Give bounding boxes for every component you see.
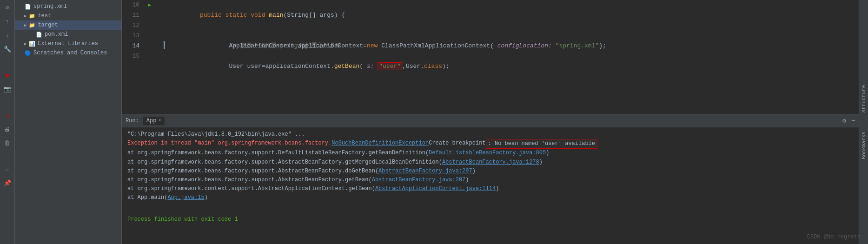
- output-process: Process finished with exit code 1: [127, 211, 853, 224]
- output-stack5: at org.springframework.context.support.A…: [127, 185, 853, 193]
- line-number-15: 15: [122, 51, 145, 61]
- stack2-end: ): [539, 158, 543, 167]
- code-content: 10 ▶ public static void main(String[] ar…: [122, 0, 859, 114]
- stack3-link[interactable]: AbstractBeanFactory.java:297: [378, 167, 472, 176]
- line-number-12: 12: [122, 20, 145, 31]
- stack4-link[interactable]: AbstractBeanFactory.java:207: [372, 176, 466, 185]
- tree-item-label: spring.xml: [33, 3, 67, 10]
- line-number-14: 14: [122, 41, 145, 51]
- code-line-12: 12 // 参数中传的是spring的配置文件名称: [122, 20, 859, 31]
- pom-icon: 📄: [35, 31, 43, 38]
- exception-pre-text: Exception in thread "main" org.springfra…: [127, 139, 331, 148]
- refresh-icon[interactable]: ↺: [2, 2, 13, 13]
- tree-item-test[interactable]: ▶ 📁 test: [15, 11, 121, 20]
- line-number-13: 13: [122, 31, 145, 41]
- watermark: CSDN @No regrets: [807, 234, 861, 240]
- output-stack6: at App.main(App.java:15): [127, 193, 853, 202]
- class-user-cls: User: [406, 63, 420, 70]
- class-string: String: [287, 12, 309, 19]
- output-blank: [127, 203, 853, 211]
- collapse-icon: ▶: [24, 23, 27, 28]
- xml-file-icon: 📄: [24, 3, 32, 10]
- scratches-icon: 🔵: [24, 49, 32, 57]
- print-icon[interactable]: 🖨: [2, 124, 13, 135]
- output-stack3: at org.springframework.beans.factory.sup…: [127, 167, 853, 176]
- collapse-icon: ▶: [24, 13, 27, 19]
- tree-item-pom[interactable]: 📄 pom.xml: [15, 30, 121, 39]
- error-box-no-bean: : No bean named 'user' available: [486, 139, 597, 149]
- keyword-static: static: [225, 12, 247, 19]
- code-line-10: 10 ▶ public static void main(String[] ar…: [122, 0, 859, 10]
- delete-icon[interactable]: 🗑: [2, 138, 13, 149]
- folder-icon-test: 📁: [28, 12, 36, 20]
- stack5-link[interactable]: AbstractApplicationContext.java:1114: [375, 185, 496, 193]
- stack1-end: ): [546, 149, 549, 158]
- structure-label[interactable]: Structure: [861, 85, 867, 112]
- ide-main: ↺ ↑ ↓ 🔧 ■ 📷 ↻ 🖨 🗑 ≡ 📌 📄 spring.xml ▶ 📁 t…: [0, 0, 868, 244]
- stack1-link[interactable]: DefaultListableBeanFactory.java:805: [429, 149, 546, 158]
- class-user: User: [229, 63, 243, 70]
- stack2-pre: at org.springframework.beans.factory.sup…: [127, 158, 442, 167]
- camera-icon[interactable]: 📷: [2, 84, 13, 95]
- output-stack4: at org.springframework.beans.factory.sup…: [127, 176, 853, 185]
- tree-item-target[interactable]: ▶ 📁 target: [15, 20, 121, 30]
- stack4-end: ): [465, 176, 469, 185]
- nosuchbean-link[interactable]: NoSuchBeanDefinitionException: [331, 139, 429, 148]
- output-cmd: "C:\Program Files\Java\jdk1.8.0_192\bin\…: [127, 130, 853, 139]
- pin-icon[interactable]: 📌: [2, 178, 13, 189]
- process-text: Process finished with exit code 1: [127, 215, 238, 224]
- run-panel: Run: App × ⚙ — "C:\Program Files\Java\jd…: [122, 114, 859, 244]
- code-line-13: 13 ApplicationContext applicationContext…: [122, 31, 859, 41]
- editor-area: 10 ▶ public static void main(String[] ar…: [122, 0, 859, 244]
- tree-item-label: pom.xml: [45, 31, 68, 38]
- library-icon: 📊: [28, 40, 36, 47]
- wrench-icon[interactable]: 🔧: [2, 44, 13, 55]
- tree-item-label: target: [38, 22, 58, 28]
- code-line-15: 15 User user=applicationContext.getBean(…: [122, 51, 859, 61]
- stack6-link[interactable]: App.java:15: [167, 193, 204, 202]
- settings-gear-icon[interactable]: ⚙: [842, 117, 846, 125]
- tree-item-scratches[interactable]: 🔵 Scratches and Consoles: [15, 48, 121, 58]
- line-number-10: 10: [122, 0, 145, 10]
- left-sidebar-icons: ↺ ↑ ↓ 🔧 ■ 📷 ↻ 🖨 🗑 ≡ 📌: [0, 0, 15, 244]
- keyword-public: public: [200, 12, 222, 19]
- minus-icon[interactable]: —: [852, 118, 855, 124]
- run-panel-body: "C:\Program Files\Java\jdk1.8.0_192\bin\…: [122, 127, 859, 244]
- tree-item-spring-xml[interactable]: 📄 spring.xml: [15, 2, 121, 11]
- stop-icon[interactable]: ■: [2, 70, 13, 81]
- method-getbean: getBean: [334, 63, 360, 70]
- stack6-pre: at App.main(: [127, 193, 167, 202]
- cmd-text: "C:\Program Files\Java\jdk1.8.0_192\bin\…: [127, 130, 305, 139]
- keyword-class: class: [424, 63, 442, 70]
- tree-item-label: Scratches and Consoles: [33, 50, 107, 56]
- rerun-icon[interactable]: ↻: [2, 110, 13, 121]
- run-button-icon: ▶: [148, 0, 152, 10]
- run-tab-app[interactable]: App ×: [143, 117, 165, 125]
- output-stack2: at org.springframework.beans.factory.sup…: [127, 158, 853, 167]
- run-label: Run:: [126, 118, 139, 124]
- string-user-highlighted: "user": [378, 62, 402, 70]
- line-number-11: 11: [122, 10, 145, 20]
- stack2-link[interactable]: AbstractBeanFactory.java:1278: [442, 158, 539, 167]
- code-text-15: User user=applicationContext.getBean( s:…: [162, 51, 859, 82]
- down-icon[interactable]: ↓: [2, 30, 13, 41]
- stack1-pre: at org.springframework.beans.factory.sup…: [127, 149, 429, 158]
- code-line-14: 14: [122, 41, 859, 51]
- bookmarks-label[interactable]: Bookmarks: [861, 132, 867, 159]
- output-stack1: at org.springframework.beans.factory.sup…: [127, 149, 853, 158]
- stack5-end: ): [496, 185, 499, 193]
- output-exception: Exception in thread "main" org.springfra…: [127, 139, 853, 149]
- close-tab-icon[interactable]: ×: [158, 118, 161, 123]
- lines-icon[interactable]: ≡: [2, 164, 13, 175]
- stack3-pre: at org.springframework.beans.factory.sup…: [127, 167, 378, 176]
- param-s: s:: [367, 63, 374, 70]
- up-icon[interactable]: ↑: [2, 16, 13, 27]
- run-output: "C:\Program Files\Java\jdk1.8.0_192\bin\…: [122, 127, 859, 244]
- stack5-pre: at org.springframework.context.support.A…: [127, 185, 375, 193]
- run-panel-header: Run: App × ⚙ —: [122, 114, 859, 127]
- stack4-pre: at org.springframework.beans.factory.sup…: [127, 176, 372, 185]
- tree-item-ext-libs[interactable]: ▶ 📊 External Libraries: [15, 39, 121, 48]
- tree-item-label: test: [38, 13, 51, 19]
- run-gutter-10[interactable]: ▶: [145, 0, 154, 10]
- stack6-end: ): [205, 193, 208, 202]
